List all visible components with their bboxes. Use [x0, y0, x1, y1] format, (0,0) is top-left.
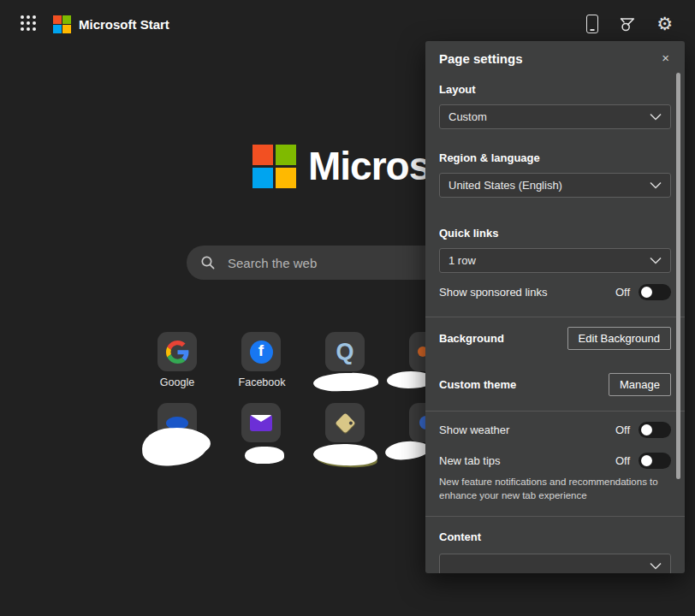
manage-theme-button[interactable]: Manage	[609, 373, 671, 396]
q-letter-icon: Q	[336, 341, 353, 364]
show-weather-label: Show weather	[439, 424, 509, 436]
page-settings-panel: Page settings × Layout Custom Region & l…	[425, 41, 685, 573]
quick-link-deals[interactable]	[325, 403, 365, 442]
quick-links-label: Quick links	[439, 227, 671, 240]
sponsored-links-toggle[interactable]	[639, 284, 671, 300]
edit-background-button[interactable]: Edit Background	[567, 327, 671, 350]
purple-mail-icon	[250, 415, 272, 431]
google-icon	[166, 341, 189, 364]
panel-scrollbar[interactable]	[676, 73, 680, 479]
price-tag-icon	[335, 412, 355, 433]
layout-dropdown[interactable]: Custom	[439, 104, 671, 129]
quick-link-q-app[interactable]: Q	[325, 332, 365, 371]
chevron-down-icon	[650, 113, 662, 121]
new-tab-tips-description: New feature notifications and recommenda…	[439, 476, 675, 502]
redaction-mark	[313, 443, 378, 467]
show-weather-state: Off	[615, 424, 630, 436]
region-dropdown[interactable]: United States (English)	[439, 173, 671, 198]
divider	[425, 411, 685, 412]
region-value: United States (English)	[448, 179, 562, 192]
sponsored-links-state: Off	[615, 286, 630, 299]
content-dropdown[interactable]	[439, 554, 671, 573]
quick-links-dropdown[interactable]: 1 row	[439, 248, 671, 273]
microsoft-logo-large-icon	[252, 145, 296, 188]
mobile-phone-icon[interactable]	[586, 15, 598, 33]
quick-link-mail[interactable]	[241, 403, 281, 442]
new-tab-tips-label: New tab tips	[439, 454, 501, 467]
app-title: Microsoft Start	[79, 17, 169, 32]
layout-value: Custom	[448, 110, 487, 123]
background-label: Background	[439, 332, 504, 345]
panel-title: Page settings	[439, 51, 523, 66]
custom-theme-label: Custom theme	[439, 378, 516, 391]
region-label: Region & language	[439, 151, 671, 164]
show-weather-toggle[interactable]	[639, 422, 671, 438]
divider	[425, 516, 685, 517]
quick-link-facebook[interactable]: f	[241, 332, 281, 371]
facebook-icon: f	[250, 341, 273, 364]
close-icon[interactable]: ×	[662, 51, 669, 64]
rewards-medal-icon[interactable]	[618, 15, 637, 33]
chevron-down-icon	[650, 181, 662, 189]
quick-links-value: 1 row	[448, 254, 476, 267]
settings-gear-icon[interactable]: ⚙	[656, 15, 673, 33]
microsoft-logo-icon[interactable]	[53, 15, 71, 33]
divider	[425, 317, 685, 317]
apps-grid-icon[interactable]	[21, 15, 38, 33]
new-tab-tips-state: Off	[615, 454, 630, 467]
quick-link-label-facebook[interactable]: Facebook	[223, 376, 300, 388]
new-tab-tips-toggle[interactable]	[639, 453, 671, 469]
search-icon	[200, 255, 216, 270]
chevron-down-icon	[650, 257, 662, 264]
redaction-mark	[245, 447, 284, 464]
quick-link-label-google[interactable]: Google	[139, 376, 216, 388]
chevron-down-icon	[650, 562, 662, 570]
layout-label: Layout	[439, 83, 671, 96]
sponsored-links-label: Show sponsored links	[439, 286, 547, 299]
redaction-mark	[313, 372, 378, 391]
quick-link-google[interactable]	[157, 332, 197, 371]
redaction-mark	[384, 440, 430, 461]
content-label: Content	[439, 530, 671, 543]
